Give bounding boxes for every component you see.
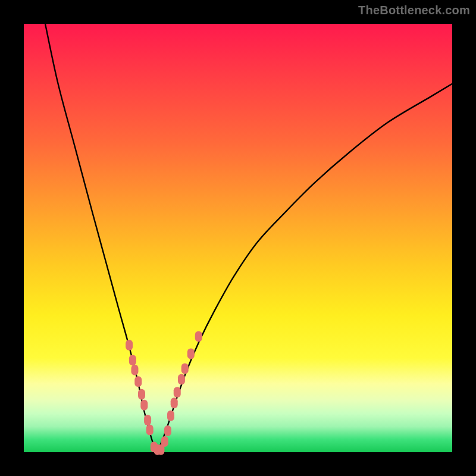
- data-marker: [167, 411, 174, 421]
- data-marker: [146, 425, 154, 436]
- data-marker: [164, 425, 171, 436]
- data-marker: [161, 436, 168, 447]
- data-marker: [126, 340, 133, 350]
- data-markers: [126, 331, 202, 455]
- watermark-label: TheBottleneck.com: [358, 4, 470, 17]
- data-marker: [195, 331, 202, 342]
- data-marker: [181, 364, 189, 374]
- data-marker: [178, 374, 185, 385]
- data-marker: [140, 400, 148, 411]
- bottleneck-curve: [45, 24, 452, 449]
- data-marker: [174, 387, 181, 397]
- data-marker: [144, 415, 151, 425]
- chart-svg: [24, 24, 452, 452]
- chart-plot-area: [24, 24, 452, 452]
- chart-frame: TheBottleneck.com: [0, 0, 476, 476]
- data-marker: [171, 397, 178, 408]
- data-marker: [129, 355, 136, 365]
- data-marker: [134, 376, 142, 387]
- data-marker: [131, 365, 138, 375]
- data-marker: [138, 389, 145, 400]
- data-marker: [187, 348, 195, 359]
